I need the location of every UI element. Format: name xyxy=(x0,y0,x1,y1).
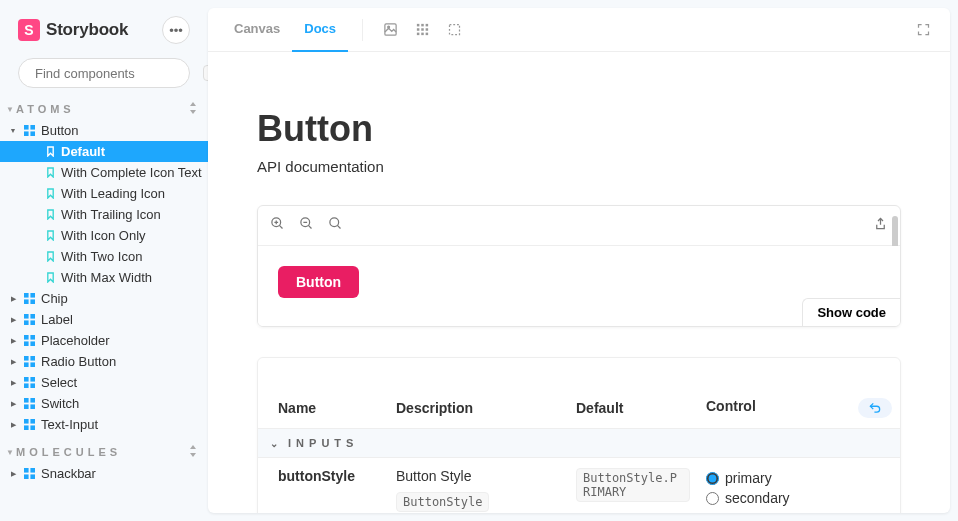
svg-rect-23 xyxy=(30,377,35,382)
svg-rect-12 xyxy=(24,320,29,325)
sort-icon[interactable] xyxy=(188,102,198,116)
tree-item-switch[interactable]: ▶Switch xyxy=(0,393,208,414)
svg-rect-41 xyxy=(421,24,424,27)
svg-rect-15 xyxy=(30,335,35,340)
svg-rect-4 xyxy=(24,131,29,136)
svg-rect-19 xyxy=(30,356,35,361)
svg-rect-49 xyxy=(449,25,459,35)
doc-scrollarea[interactable]: Button API documentation Button Show cod… xyxy=(208,52,950,513)
tree-item-default[interactable]: ▶ Default xyxy=(0,141,208,162)
reset-controls-button[interactable] xyxy=(858,398,892,418)
tree-item-trailing-icon[interactable]: ▶ With Trailing Icon xyxy=(0,204,208,225)
svg-rect-36 xyxy=(24,474,29,479)
component-icon xyxy=(24,398,35,409)
zoom-reset-icon[interactable] xyxy=(328,216,343,235)
arg-row-buttonstyle: buttonStyle Button Style ButtonStyle But… xyxy=(258,458,900,514)
caret-right-icon: ▶ xyxy=(8,295,18,303)
svg-rect-13 xyxy=(30,320,35,325)
svg-point-57 xyxy=(330,218,339,227)
section-header-molecules[interactable]: ▼ MOLECULES xyxy=(0,441,208,463)
preview-canvas: Button Show code xyxy=(258,246,900,326)
tree-item-snackbar[interactable]: ▶Snackbar xyxy=(0,463,208,484)
show-code-button[interactable]: Show code xyxy=(802,298,900,326)
tree-item-chip[interactable]: ▶Chip xyxy=(0,288,208,309)
tree-item-text-input[interactable]: ▶Text-Input xyxy=(0,414,208,435)
tree-item-two-icon[interactable]: ▶ With Two Icon xyxy=(0,246,208,267)
tree-item-complete-icon-text[interactable]: ▶ With Complete Icon Text xyxy=(0,162,208,183)
tab-docs[interactable]: Docs xyxy=(292,8,348,52)
svg-rect-46 xyxy=(416,33,419,36)
radio-input-secondary[interactable] xyxy=(706,492,719,505)
caret-down-icon: ▼ xyxy=(8,127,18,134)
bookmark-icon xyxy=(46,272,55,283)
svg-point-39 xyxy=(387,26,389,28)
fullscreen-icon[interactable] xyxy=(910,17,936,43)
svg-rect-40 xyxy=(416,24,419,27)
svg-rect-10 xyxy=(24,314,29,319)
svg-rect-47 xyxy=(421,33,424,36)
app-logo[interactable]: S Storybook xyxy=(18,19,154,41)
arg-type: ButtonStyle xyxy=(396,492,489,512)
radio-primary[interactable]: primary xyxy=(706,468,892,488)
svg-rect-24 xyxy=(24,383,29,388)
background-addon-icon[interactable] xyxy=(377,17,403,43)
args-header-description: Description xyxy=(388,388,568,429)
svg-rect-42 xyxy=(425,24,428,27)
svg-rect-25 xyxy=(30,383,35,388)
arg-name: buttonStyle xyxy=(258,458,388,514)
svg-rect-21 xyxy=(30,362,35,367)
preview-toolbar xyxy=(258,206,900,246)
search-input[interactable] xyxy=(35,66,203,81)
arg-control-cell: primary secondary xyxy=(698,458,900,514)
svg-rect-44 xyxy=(421,28,424,31)
component-icon xyxy=(24,356,35,367)
sidebar-menu-button[interactable]: ••• xyxy=(162,16,190,44)
svg-rect-43 xyxy=(416,28,419,31)
args-header-default: Default xyxy=(568,388,698,429)
args-header-control: Control xyxy=(698,388,900,429)
caret-right-icon: ▶ xyxy=(8,421,18,429)
svg-rect-18 xyxy=(24,356,29,361)
radio-input-primary[interactable] xyxy=(706,472,719,485)
tree-item-label[interactable]: ▶Label xyxy=(0,309,208,330)
app-name: Storybook xyxy=(46,20,128,40)
svg-rect-2 xyxy=(24,125,29,130)
tree-item-button[interactable]: ▼ Button xyxy=(0,120,208,141)
bookmark-icon xyxy=(46,146,55,157)
bookmark-icon xyxy=(46,209,55,220)
args-header-name: Name xyxy=(258,388,388,429)
tree-molecules: ▶Snackbar xyxy=(0,463,208,484)
component-icon xyxy=(24,419,35,430)
toolbar: Canvas Docs xyxy=(208,8,950,52)
zoom-out-icon[interactable] xyxy=(299,216,314,235)
open-external-icon[interactable] xyxy=(873,216,888,235)
search-field[interactable]: / xyxy=(18,58,190,88)
tree-item-placeholder[interactable]: ▶Placeholder xyxy=(0,330,208,351)
caret-down-icon: ▼ xyxy=(6,105,16,114)
tree-item-max-width[interactable]: ▶ With Max Width xyxy=(0,267,208,288)
caret-right-icon: ▶ xyxy=(8,358,18,366)
radio-secondary[interactable]: secondary xyxy=(706,488,892,508)
component-icon xyxy=(24,293,35,304)
grid-addon-icon[interactable] xyxy=(409,17,435,43)
demo-button[interactable]: Button xyxy=(278,266,359,298)
caret-right-icon: ▶ xyxy=(8,470,18,478)
zoom-in-icon[interactable] xyxy=(270,216,285,235)
svg-rect-17 xyxy=(30,341,35,346)
svg-rect-34 xyxy=(24,468,29,473)
tree-item-select[interactable]: ▶Select xyxy=(0,372,208,393)
svg-rect-5 xyxy=(30,131,35,136)
args-section-inputs[interactable]: ⌄ INPUTS xyxy=(258,429,900,458)
svg-rect-48 xyxy=(425,33,428,36)
component-icon xyxy=(24,468,35,479)
svg-rect-32 xyxy=(24,425,29,430)
tree-item-radio-button[interactable]: ▶Radio Button xyxy=(0,351,208,372)
tree-item-leading-icon[interactable]: ▶ With Leading Icon xyxy=(0,183,208,204)
svg-rect-3 xyxy=(30,125,35,130)
tab-canvas[interactable]: Canvas xyxy=(222,8,292,52)
section-header-atoms[interactable]: ▼ ATOMS xyxy=(0,98,208,120)
tree-item-icon-only[interactable]: ▶ With Icon Only xyxy=(0,225,208,246)
sort-icon[interactable] xyxy=(188,445,198,459)
outline-addon-icon[interactable] xyxy=(441,17,467,43)
svg-rect-16 xyxy=(24,341,29,346)
